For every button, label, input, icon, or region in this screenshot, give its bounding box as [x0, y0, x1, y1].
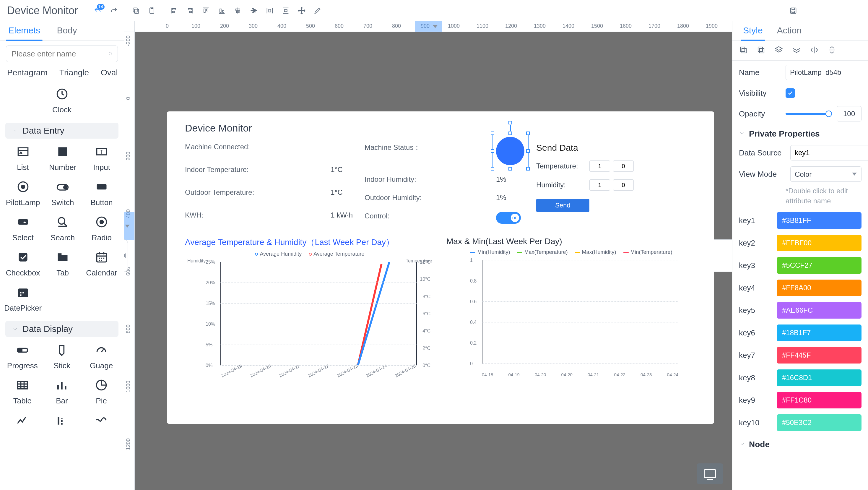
- distribute-v-button[interactable]: [281, 6, 291, 16]
- prop-name-input[interactable]: [785, 65, 868, 80]
- color-chip[interactable]: #3B81FF: [777, 212, 862, 229]
- item-bar[interactable]: Bar: [44, 377, 80, 405]
- tab-elements[interactable]: Elemets: [0, 21, 49, 40]
- item-select[interactable]: Select: [4, 214, 42, 242]
- item-extra-1[interactable]: [4, 412, 41, 429]
- search-input-wrap[interactable]: [6, 45, 118, 62]
- key-row[interactable]: key6#18B1F7: [733, 321, 868, 344]
- pilot-lamp-selected[interactable]: [496, 137, 524, 165]
- redo-button[interactable]: [109, 6, 119, 16]
- pie-icon: [95, 378, 108, 392]
- item-gauge[interactable]: Guage: [83, 342, 120, 370]
- item-tab[interactable]: Tab: [44, 249, 81, 277]
- key-row[interactable]: key9#FF1C80: [733, 389, 868, 411]
- ds-input[interactable]: [790, 145, 868, 160]
- distribute-h-button[interactable]: [265, 6, 275, 16]
- shape-triangle[interactable]: Triangle: [59, 68, 89, 78]
- flip-v-icon[interactable]: [828, 45, 838, 56]
- visibility-checkbox[interactable]: [785, 88, 795, 98]
- search-input[interactable]: [11, 49, 108, 59]
- item-clock[interactable]: Clock: [4, 86, 120, 114]
- canvas-page-title: Device Monitor: [185, 122, 696, 134]
- align-left-button[interactable]: [169, 6, 179, 16]
- tab-action[interactable]: Action: [770, 21, 809, 40]
- temp-input-2[interactable]: [613, 160, 634, 172]
- hum-input-1[interactable]: [589, 179, 610, 191]
- item-progress[interactable]: Progress: [4, 342, 41, 370]
- view-mode-select[interactable]: Color: [790, 166, 862, 182]
- temp-input-1[interactable]: [589, 160, 610, 172]
- color-chip[interactable]: #5CCF27: [777, 257, 862, 274]
- opacity-slider[interactable]: [785, 113, 831, 115]
- send-button[interactable]: Send: [536, 199, 589, 212]
- shape-oval[interactable]: Oval: [101, 68, 118, 78]
- svg-rect-1: [133, 8, 137, 12]
- color-chip[interactable]: #AE66FC: [777, 302, 862, 318]
- item-pilotlamp[interactable]: PilotLamp: [4, 179, 42, 207]
- layer-down-icon[interactable]: [792, 45, 802, 56]
- opacity-value[interactable]: 100: [837, 106, 862, 121]
- key-row[interactable]: key10#50E3C2: [733, 411, 868, 434]
- align-vcenter-button[interactable]: [249, 6, 259, 16]
- undo-button[interactable]: 14: [93, 6, 103, 16]
- view-mode-select-wrap[interactable]: Color: [790, 166, 862, 182]
- key-row[interactable]: key1#3B81FF: [733, 209, 868, 232]
- item-pie[interactable]: Pie: [83, 377, 120, 405]
- key-name: key3: [739, 261, 771, 270]
- key-row[interactable]: key3#5CCF27: [733, 254, 868, 277]
- canvas[interactable]: 0100200300400500600700800900100011001200…: [124, 21, 732, 490]
- color-chip[interactable]: #FF445F: [777, 347, 862, 364]
- panel-collapse-left[interactable]: [124, 239, 128, 272]
- section-node[interactable]: Node: [733, 436, 868, 453]
- item-extra-2[interactable]: [44, 412, 80, 429]
- cat-data-display[interactable]: Data Display: [5, 321, 119, 337]
- color-chip[interactable]: #16C8D1: [777, 369, 862, 386]
- paste-button[interactable]: [147, 6, 157, 16]
- item-table[interactable]: Table: [4, 377, 41, 405]
- item-calendar[interactable]: Calendar: [84, 249, 120, 277]
- layer-tools: [733, 41, 868, 61]
- copy-button[interactable]: [131, 6, 141, 16]
- key-row[interactable]: key8#16C8D1: [733, 366, 868, 389]
- item-datepicker[interactable]: DatePicker: [4, 284, 42, 313]
- move-button[interactable]: [297, 6, 307, 16]
- section-private[interactable]: Private Properties: [733, 126, 868, 142]
- item-stick[interactable]: Stick: [44, 342, 80, 370]
- item-number[interactable]: 5Number: [44, 143, 81, 172]
- hum-input-2[interactable]: [613, 179, 634, 191]
- edit-button[interactable]: [313, 6, 322, 16]
- color-chip[interactable]: #50E3C2: [777, 414, 862, 431]
- color-chip[interactable]: #FF1C80: [777, 392, 862, 408]
- item-switch[interactable]: Switch: [44, 179, 81, 207]
- tab-body[interactable]: Body: [49, 21, 85, 40]
- key-row[interactable]: key2#FFBF00: [733, 232, 868, 254]
- item-radio[interactable]: Radio: [84, 214, 120, 242]
- item-search[interactable]: Search: [44, 214, 81, 242]
- color-chip[interactable]: #18B1F7: [777, 325, 862, 341]
- item-extra-3[interactable]: [83, 412, 120, 429]
- item-button[interactable]: BtnButton: [84, 179, 120, 207]
- cat-data-entry[interactable]: Data Entry: [5, 123, 119, 139]
- key-row[interactable]: key4#FF8A00: [733, 277, 868, 299]
- tab-style[interactable]: Style: [736, 21, 770, 40]
- align-bottom-button[interactable]: [217, 6, 227, 16]
- flip-h-icon[interactable]: [810, 45, 820, 56]
- shape-pentagram[interactable]: Pentagram: [7, 68, 48, 78]
- align-hcenter-button[interactable]: [233, 6, 243, 16]
- item-checkbox[interactable]: Checkbox: [4, 249, 42, 277]
- item-input[interactable]: TInput: [84, 143, 120, 172]
- bring-front-icon[interactable]: [739, 45, 749, 56]
- send-back-icon[interactable]: [756, 45, 767, 56]
- color-chip[interactable]: #FFBF00: [777, 235, 862, 251]
- device-preview-button[interactable]: [696, 463, 723, 484]
- control-switch[interactable]: [496, 212, 521, 224]
- save-button[interactable]: [788, 6, 798, 16]
- design-page[interactable]: Device Monitor Machine Connected: Indoor…: [167, 112, 714, 424]
- align-right-button[interactable]: [185, 6, 195, 16]
- item-list[interactable]: List: [4, 143, 42, 172]
- layer-up-icon[interactable]: [774, 45, 784, 56]
- key-row[interactable]: key5#AE66FC: [733, 299, 868, 321]
- key-row[interactable]: key7#FF445F: [733, 344, 868, 366]
- color-chip[interactable]: #FF8A00: [777, 280, 862, 296]
- align-top-button[interactable]: [201, 6, 211, 16]
